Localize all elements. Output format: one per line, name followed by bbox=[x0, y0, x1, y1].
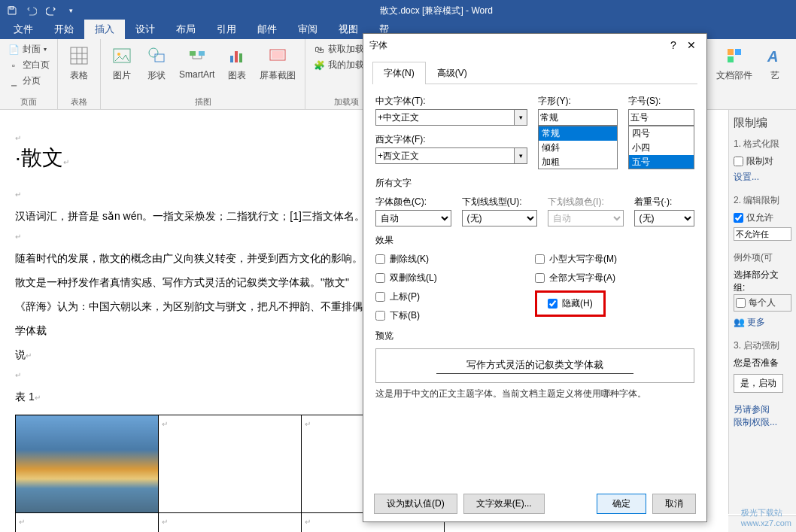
panel-restrict-permission-link[interactable]: 限制权限... bbox=[734, 416, 791, 429]
table-button[interactable]: 表格 bbox=[64, 42, 94, 84]
dialog-tab-advanced[interactable]: 高级(V) bbox=[426, 62, 479, 84]
wordart-button[interactable]: A艺 bbox=[760, 42, 790, 84]
effects-label: 效果 bbox=[375, 234, 694, 247]
panel-settings-link[interactable]: 设置... bbox=[734, 171, 791, 184]
underline-style-select[interactable]: (无) bbox=[462, 210, 538, 226]
pictures-button[interactable]: 图片 bbox=[107, 42, 137, 84]
list-item[interactable]: 五号 bbox=[629, 155, 694, 169]
cn-font-input[interactable] bbox=[375, 109, 514, 126]
font-size-listbox[interactable]: 四号 小四 五号 bbox=[628, 126, 694, 169]
panel-sec4-title: 3. 启动强制 bbox=[734, 339, 791, 352]
dialog-close-button[interactable]: ✕ bbox=[682, 39, 700, 51]
font-size-label: 字号(S): bbox=[628, 95, 694, 108]
qat-customize-icon[interactable]: ▾ bbox=[62, 2, 80, 20]
superscript-checkbox[interactable]: 上标(P) bbox=[375, 290, 535, 303]
font-color-select[interactable]: 自动 bbox=[375, 210, 451, 226]
tab-review[interactable]: 审阅 bbox=[287, 20, 328, 39]
list-item[interactable]: 加粗 bbox=[539, 155, 617, 169]
screenshot-label: 屏幕截图 bbox=[260, 69, 296, 82]
font-size-input[interactable] bbox=[628, 109, 694, 126]
tab-home[interactable]: 开始 bbox=[44, 20, 84, 39]
cancel-button[interactable]: 取消 bbox=[652, 494, 696, 514]
chart-button[interactable]: 图表 bbox=[222, 42, 252, 84]
table-cell[interactable]: ↵ bbox=[16, 513, 159, 533]
page-break-label: 分页 bbox=[23, 74, 41, 87]
svg-rect-20 bbox=[735, 49, 741, 55]
double-strikethrough-checkbox[interactable]: 双删除线(L) bbox=[375, 272, 535, 284]
chevron-down-icon[interactable]: ▾ bbox=[514, 109, 527, 126]
panel-start-enforce-button[interactable]: 是，启动 bbox=[734, 374, 783, 393]
list-item[interactable]: 四号 bbox=[629, 126, 694, 141]
screenshot-button[interactable]: 屏幕截图 bbox=[257, 42, 299, 84]
allcaps-checkbox[interactable]: 全部大写字母(A) bbox=[535, 272, 615, 284]
smallcaps-checkbox[interactable]: 小型大写字母(M) bbox=[535, 253, 617, 266]
panel-everyone-checkbox[interactable]: 每个人 bbox=[734, 294, 791, 312]
addins-icon: 🧩 bbox=[313, 59, 325, 71]
tab-insert[interactable]: 插入 bbox=[84, 20, 125, 39]
cover-page-button[interactable]: 📄封面▾ bbox=[6, 42, 51, 56]
en-font-input[interactable] bbox=[375, 147, 514, 164]
en-font-combo[interactable]: ▾ bbox=[375, 147, 527, 164]
tab-references[interactable]: 引用 bbox=[206, 20, 247, 39]
strikethrough-checkbox[interactable]: 删除线(K) bbox=[375, 253, 535, 266]
page-break-button[interactable]: ⎯分页 bbox=[6, 74, 51, 88]
quickparts-button[interactable]: 文档部件 bbox=[713, 42, 755, 84]
panel-text: 您是否准备 bbox=[734, 357, 791, 369]
table-icon bbox=[67, 44, 91, 68]
emphasis-select[interactable]: (无) bbox=[634, 210, 694, 226]
subscript-checkbox[interactable]: 下标(B) bbox=[375, 309, 535, 322]
panel-more-users-link[interactable]: 👥 更多 bbox=[734, 316, 791, 329]
blank-page-button[interactable]: ▫空白页 bbox=[6, 58, 51, 72]
svg-rect-10 bbox=[190, 51, 196, 56]
tab-design[interactable]: 设计 bbox=[125, 20, 166, 39]
panel-text: 组: bbox=[734, 281, 791, 294]
tab-layout[interactable]: 布局 bbox=[166, 20, 206, 39]
dialog-buttons: 设为默认值(D) 文字效果(E)... 确定 取消 bbox=[363, 486, 706, 521]
list-item[interactable]: 小四 bbox=[629, 141, 694, 155]
save-icon[interactable] bbox=[3, 2, 21, 20]
tab-file[interactable]: 文件 bbox=[3, 20, 44, 39]
table-cell-image[interactable] bbox=[16, 415, 159, 513]
table-cell[interactable]: ↵ bbox=[159, 513, 302, 533]
blank-page-label: 空白页 bbox=[23, 59, 50, 71]
dialog-help-button[interactable]: ? bbox=[664, 39, 682, 51]
svg-rect-13 bbox=[235, 51, 238, 62]
svg-rect-21 bbox=[728, 56, 734, 62]
smartart-button[interactable]: SmartArt bbox=[176, 42, 217, 81]
cn-font-combo[interactable]: ▾ bbox=[375, 109, 527, 126]
set-default-button[interactable]: 设为默认值(D) bbox=[374, 494, 457, 514]
panel-limit-formatting-checkbox[interactable]: 限制对 bbox=[734, 155, 791, 168]
list-item[interactable]: 常规 bbox=[539, 126, 617, 141]
svg-rect-16 bbox=[272, 51, 284, 59]
panel-text: 选择部分文 bbox=[734, 269, 791, 281]
panel-see-also-link[interactable]: 另请参阅 bbox=[734, 403, 791, 416]
group-tables-label: 表格 bbox=[64, 95, 94, 108]
preview-text: 写作方式灵活的记叙类文学体裁 bbox=[436, 358, 633, 374]
group-pages: 📄封面▾ ▫空白页 ⎯分页 页面 bbox=[0, 39, 58, 109]
svg-rect-12 bbox=[230, 56, 233, 62]
font-style-listbox[interactable]: 常规 倾斜 加粗 bbox=[538, 126, 618, 169]
shapes-button[interactable]: 形状 bbox=[141, 42, 172, 84]
font-style-input[interactable] bbox=[538, 109, 618, 126]
quick-access-toolbar: ▾ bbox=[3, 2, 80, 20]
hidden-checkbox[interactable]: 隐藏(H) bbox=[548, 297, 593, 310]
panel-title: 限制编 bbox=[734, 116, 791, 130]
table-cell[interactable]: ↵ bbox=[159, 415, 302, 513]
chart-icon bbox=[225, 44, 249, 68]
list-item[interactable]: 倾斜 bbox=[539, 141, 617, 155]
redo-icon[interactable] bbox=[42, 2, 60, 20]
chevron-down-icon[interactable]: ▾ bbox=[514, 147, 527, 164]
text-effects-button[interactable]: 文字效果(E)... bbox=[463, 494, 545, 514]
preview-box: 写作方式灵活的记叙类文学体裁 bbox=[375, 348, 694, 383]
dialog-tab-font[interactable]: 字体(N) bbox=[372, 62, 426, 84]
panel-allow-only-checkbox[interactable]: 仅允许 bbox=[734, 211, 791, 224]
panel-sec1-title: 1. 格式化限 bbox=[734, 138, 791, 150]
font-color-label: 字体颜色(C): bbox=[375, 196, 451, 208]
panel-restriction-select[interactable] bbox=[734, 227, 791, 241]
undo-icon[interactable] bbox=[23, 2, 41, 20]
svg-rect-1 bbox=[71, 47, 87, 64]
ok-button[interactable]: 确定 bbox=[597, 494, 646, 514]
tab-mailings[interactable]: 邮件 bbox=[247, 20, 287, 39]
group-tables: 表格 表格 bbox=[58, 39, 101, 109]
shapes-label: 形状 bbox=[147, 69, 166, 82]
